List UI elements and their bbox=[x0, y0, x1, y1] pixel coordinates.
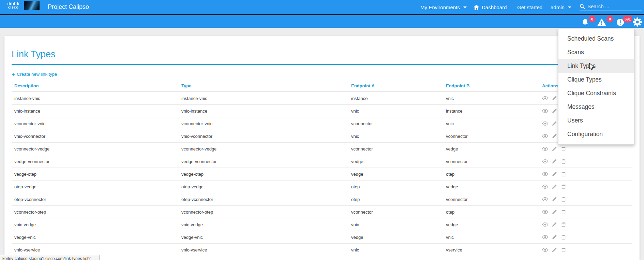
delete-trash-icon[interactable] bbox=[560, 234, 567, 240]
cisco-logo-bars bbox=[8, 1, 19, 5]
cell-endpoint-a: vedge bbox=[351, 235, 446, 240]
table-row: vconnector-vedge vconnector-vedge vconne… bbox=[12, 143, 632, 155]
edit-pencil-icon[interactable] bbox=[551, 120, 557, 127]
settings-gear-button[interactable] bbox=[632, 17, 642, 28]
cell-endpoint-a: otep bbox=[351, 184, 446, 189]
cell-type: vnic-vconnector bbox=[181, 134, 351, 139]
cell-description: vconnector-vnic bbox=[12, 121, 181, 126]
delete-trash-icon[interactable] bbox=[560, 158, 567, 164]
cell-actions bbox=[542, 146, 632, 152]
cell-description: vconnector-vedge bbox=[12, 146, 181, 151]
cell-endpoint-b: vconnector bbox=[446, 197, 542, 202]
notification-bar: 0 0 591 bbox=[0, 15, 644, 28]
nav-get-started[interactable]: Get started bbox=[517, 0, 542, 15]
content-card: Link Types + Create new link type Descri… bbox=[4, 36, 640, 260]
edit-pencil-icon[interactable] bbox=[551, 108, 557, 114]
delete-trash-icon[interactable] bbox=[560, 209, 567, 215]
warnings-button[interactable] bbox=[597, 18, 606, 28]
settings-menu-item-scheduled-scans[interactable]: Scheduled Scans bbox=[558, 32, 634, 45]
create-new-link-type-label: Create new link type bbox=[17, 72, 57, 77]
table-header-row: DescriptionTypeEndpoint AEndpoint BActio… bbox=[12, 83, 632, 92]
edit-pencil-icon[interactable] bbox=[551, 247, 557, 253]
column-header: Description bbox=[12, 83, 181, 88]
table-row: vnic-vservice vnic-vservice vnic vservic… bbox=[12, 244, 632, 256]
cell-endpoint-a: vedge bbox=[351, 159, 446, 164]
delete-trash-icon[interactable] bbox=[560, 247, 567, 253]
delete-trash-icon[interactable] bbox=[560, 184, 567, 190]
table-row: otep-vedge otep-vedge otep vedge bbox=[12, 180, 632, 193]
search-box bbox=[580, 2, 642, 11]
settings-menu-item-link-types[interactable]: Link Types bbox=[558, 59, 634, 73]
table-row: instance-vnic instance-vnic instance vni… bbox=[12, 92, 632, 105]
cell-endpoint-a: otep bbox=[351, 197, 446, 202]
edit-pencil-icon[interactable] bbox=[551, 158, 557, 164]
edit-pencil-icon[interactable] bbox=[551, 171, 557, 177]
view-eye-icon[interactable] bbox=[542, 158, 548, 164]
edit-pencil-icon[interactable] bbox=[551, 95, 557, 101]
nav-dashboard-label: Dashboard bbox=[482, 4, 507, 10]
cell-endpoint-b: vnic bbox=[446, 96, 542, 101]
edit-pencil-icon[interactable] bbox=[551, 133, 557, 139]
notifications-bell-button[interactable] bbox=[581, 18, 589, 28]
view-eye-icon[interactable] bbox=[542, 234, 548, 240]
mouse-cursor-icon bbox=[589, 63, 596, 71]
view-eye-icon[interactable] bbox=[542, 120, 548, 127]
view-eye-icon[interactable] bbox=[542, 146, 548, 152]
settings-menu-item-messages[interactable]: Messages bbox=[558, 100, 634, 114]
nav-dashboard[interactable]: Dashboard bbox=[473, 0, 507, 15]
cell-endpoint-a: vnic bbox=[351, 109, 446, 114]
cell-description: vnic-vconnector bbox=[12, 134, 181, 139]
cell-endpoint-b: vedge bbox=[446, 222, 542, 227]
cell-actions bbox=[542, 171, 632, 177]
warning-triangle-icon bbox=[597, 18, 606, 26]
cell-endpoint-a: instance bbox=[351, 96, 446, 101]
view-eye-icon[interactable] bbox=[542, 221, 548, 228]
edit-pencil-icon[interactable] bbox=[551, 234, 557, 240]
view-eye-icon[interactable] bbox=[542, 247, 548, 253]
search-icon bbox=[580, 4, 585, 9]
cell-endpoint-b: otep bbox=[446, 172, 542, 177]
edit-pencil-icon[interactable] bbox=[551, 221, 557, 228]
edit-pencil-icon[interactable] bbox=[551, 209, 557, 215]
search-input[interactable] bbox=[587, 3, 635, 9]
settings-menu-item-clique-types[interactable]: Clique Types bbox=[558, 73, 634, 86]
nav-user-menu[interactable]: admin bbox=[551, 0, 571, 15]
edit-pencil-icon[interactable] bbox=[551, 184, 557, 190]
brand-area: cisco bbox=[5, 1, 21, 9]
link-types-table: DescriptionTypeEndpoint AEndpoint BActio… bbox=[12, 83, 632, 256]
column-header: Type bbox=[181, 83, 351, 88]
view-eye-icon[interactable] bbox=[542, 196, 548, 202]
nav-my-environments[interactable]: My Environments bbox=[420, 0, 467, 15]
delete-trash-icon[interactable] bbox=[560, 171, 567, 177]
table-row: vnic-vedge vnic-vedge vnic vedge bbox=[12, 218, 632, 231]
cell-description: otep-vconnector bbox=[12, 197, 181, 202]
table-row: vconnector-otep vconnector-otep vconnect… bbox=[12, 206, 632, 218]
cell-description: vedge-otep bbox=[12, 172, 181, 177]
settings-menu-item-configuration[interactable]: Configuration bbox=[558, 127, 634, 141]
view-eye-icon[interactable] bbox=[542, 209, 548, 215]
edit-pencil-icon[interactable] bbox=[551, 196, 557, 202]
delete-trash-icon[interactable] bbox=[560, 196, 567, 202]
settings-menu-item-clique-constraints[interactable]: Clique Constraints bbox=[558, 86, 634, 100]
settings-menu-item-scans[interactable]: Scans bbox=[558, 45, 634, 59]
view-eye-icon[interactable] bbox=[542, 108, 548, 114]
chevron-down-icon bbox=[568, 6, 571, 8]
view-eye-icon[interactable] bbox=[542, 95, 548, 101]
settings-menu-item-users[interactable]: Users bbox=[558, 114, 634, 127]
cell-type: vconnector-otep bbox=[181, 210, 351, 215]
view-eye-icon[interactable] bbox=[542, 184, 548, 190]
create-new-link-type-button[interactable]: + Create new link type bbox=[12, 72, 57, 77]
error-count-badge: 591 bbox=[623, 16, 632, 23]
view-eye-icon[interactable] bbox=[542, 171, 548, 177]
edit-pencil-icon[interactable] bbox=[551, 146, 557, 152]
cell-type: vconnector-vnic bbox=[181, 121, 351, 126]
cell-endpoint-a: vnic bbox=[351, 222, 446, 227]
view-eye-icon[interactable] bbox=[542, 133, 548, 139]
column-header: Endpoint B bbox=[446, 83, 542, 88]
table-body: instance-vnic instance-vnic instance vni… bbox=[12, 92, 632, 256]
cell-type: vedge-otep bbox=[181, 172, 351, 177]
table-row: vedge-otep vedge-otep vedge otep bbox=[12, 168, 632, 180]
delete-trash-icon[interactable] bbox=[560, 221, 567, 228]
cell-type: vedge-vconnector bbox=[181, 159, 351, 164]
delete-trash-icon[interactable] bbox=[560, 146, 567, 152]
